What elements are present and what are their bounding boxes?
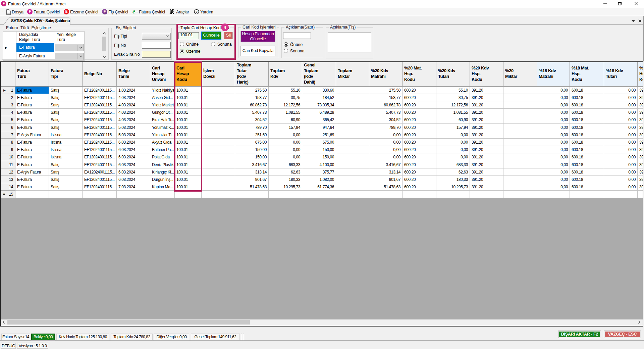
svg-text:?: ? bbox=[196, 10, 198, 13]
